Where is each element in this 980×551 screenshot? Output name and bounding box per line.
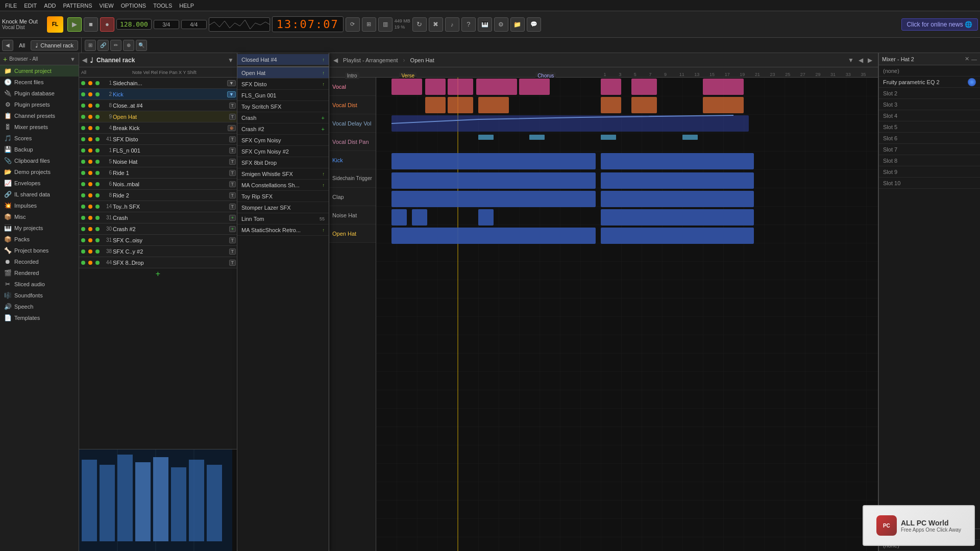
channel-4-t[interactable]: T <box>229 114 236 120</box>
effect-slot-eq[interactable]: Fruity parametric EQ 2 <box>879 77 980 88</box>
instrument-toy-scritch[interactable]: Toy Scritch SFX <box>237 101 329 112</box>
effect-slot-6[interactable]: Slot 6 <box>879 133 980 144</box>
sidebar-item-rendered[interactable]: 🎬 Rendered <box>0 267 79 279</box>
play-button[interactable]: ▶ <box>67 17 82 32</box>
sidebar-item-misc[interactable]: 📦 Misc <box>0 211 79 222</box>
channel-row-openhat[interactable]: 9 Open Hat T <box>79 111 237 122</box>
channel-row-crash2[interactable]: 30 Crash #2 + <box>79 223 237 235</box>
instrument-sfx-8bit[interactable]: SFX 8bit Drop <box>237 157 329 168</box>
record-button[interactable]: ● <box>100 17 114 32</box>
channel-row-sfxcoisy[interactable]: 31 SFX C..oisy T <box>79 235 237 246</box>
question-button[interactable]: ? <box>461 17 476 32</box>
beat-pattern-area[interactable] <box>79 449 237 551</box>
track-label-sidechain[interactable]: Sidechain Trigger <box>329 169 376 188</box>
effect-slot-2[interactable]: Slot 2 <box>879 88 980 99</box>
channel-row-noisehat[interactable]: 5 Noise Hat T <box>79 156 237 167</box>
channel-13-plus[interactable]: + <box>229 215 236 221</box>
sidebar-item-soundfonts[interactable]: 🎼 Soundfonts <box>0 290 79 301</box>
sidebar-item-scores[interactable]: 🎵 Scores <box>0 133 79 144</box>
instrument-sfx-disto[interactable]: SFX Disto ↑ <box>237 79 329 90</box>
sidebar-item-current-project[interactable]: 📁 Current project <box>0 65 79 77</box>
channel-11-t[interactable]: T <box>229 192 236 198</box>
menu-patterns[interactable]: PATTERNS <box>60 2 95 10</box>
channel-16-t[interactable]: T <box>229 248 236 255</box>
sidebar-item-speech[interactable]: 🔊 Speech <box>0 301 79 312</box>
bpm-display[interactable]: 128.000 <box>116 19 152 30</box>
sidebar-item-mixer-presets[interactable]: 🎛 Mixer presets <box>0 121 79 133</box>
instrument-closed-hat[interactable]: Closed Hat #4 ↑ <box>237 54 329 65</box>
track-label-vocal-dist-pan[interactable]: Vocal Dist Pan <box>329 133 376 151</box>
nav-back[interactable]: ◀ <box>2 40 13 51</box>
track-label-open-hat[interactable]: Open Hat <box>329 224 376 243</box>
effect-slot-none-1[interactable]: (none) <box>879 65 980 77</box>
piano-button[interactable]: 🎹 <box>478 17 492 32</box>
channel-rack-nav-right[interactable]: ▼ <box>228 57 234 64</box>
menu-options[interactable]: OPTIONS <box>118 2 150 10</box>
sidebar-item-sliced-audio[interactable]: ✂ Sliced audio <box>0 279 79 290</box>
select-btn[interactable]: ⊕ <box>123 40 134 51</box>
playlist-ctrl-1[interactable]: ▼ <box>846 57 855 64</box>
right-panel-minimize[interactable]: — <box>971 56 977 62</box>
refresh-button[interactable]: ↻ <box>412 17 427 32</box>
instrument-fls-gun[interactable]: FLS_Gun 001 <box>237 90 329 101</box>
channel-9-t[interactable]: T <box>229 170 236 176</box>
channel-12-t[interactable]: T <box>229 204 236 210</box>
effect-slot-4[interactable]: Slot 4 <box>879 110 980 121</box>
instrument-crash2[interactable]: Crash #2 + <box>237 123 329 135</box>
effect-slot-9[interactable]: Slot 9 <box>879 166 980 178</box>
sidebar-item-plugin-presets[interactable]: ⚙ Plugin presets <box>0 99 79 110</box>
menu-add[interactable]: ADD <box>41 2 59 10</box>
channel-row-sfx8b[interactable]: 44 SFX 8..Drop T <box>79 257 237 268</box>
effect-slot-8[interactable]: Slot 8 <box>879 155 980 166</box>
sidebar-item-clipboard[interactable]: 📎 Clipboard files <box>0 155 79 166</box>
channel-17-t[interactable]: T <box>229 260 236 266</box>
effect-slot-10[interactable]: Slot 10 <box>879 178 980 189</box>
sidebar-item-templates[interactable]: 📄 Templates <box>0 312 79 323</box>
channel-row-closehat[interactable]: 8 Close..at #4 T <box>79 100 237 111</box>
sidebar-item-envelopes[interactable]: 📈 Envelopes <box>0 178 79 189</box>
channel-kick-control[interactable]: ▼ <box>227 91 236 97</box>
stop-button[interactable]: ■ <box>84 17 98 32</box>
playlist-ctrl-2[interactable]: ◀ <box>857 57 865 64</box>
channel-10-t[interactable]: T <box>229 181 236 187</box>
loop-button[interactable]: ⟳ <box>346 17 360 32</box>
sidebar-item-impulses[interactable]: 💥 Impulses <box>0 200 79 211</box>
effect-slot-3[interactable]: Slot 3 <box>879 99 980 110</box>
instrument-crash[interactable]: Crash + <box>237 112 329 123</box>
chat-button[interactable]: 💬 <box>527 17 541 32</box>
menu-help[interactable]: HELP <box>176 2 197 10</box>
menu-file[interactable]: FILE <box>2 2 20 10</box>
sidebar-item-packs[interactable]: 📦 Packs <box>0 234 79 245</box>
sidebar-item-demo-projects[interactable]: 📂 Demo projects <box>0 166 79 178</box>
channel-row-crash[interactable]: 31 Crash + <box>79 212 237 223</box>
instrument-open-hat[interactable]: Open Hat ↑ <box>237 67 329 79</box>
zoom-in-btn[interactable]: 🔍 <box>136 40 147 51</box>
channel-row-ride1[interactable]: 6 Ride 1 T <box>79 167 237 179</box>
sidebar-item-backup[interactable]: 💾 Backup <box>0 144 79 155</box>
track-label-noise-hat[interactable]: Noise Hat <box>329 206 376 224</box>
instrument-ma-const[interactable]: MA Constellations Sh... ↑ <box>237 180 329 191</box>
sidebar-item-my-projects[interactable]: 🎹 My projects <box>0 222 79 234</box>
channel-6-t[interactable]: T <box>229 136 236 142</box>
mixer-button[interactable]: ▥ <box>378 17 393 32</box>
snap-btn[interactable]: ⊞ <box>85 40 96 51</box>
pattern-button[interactable]: ⊞ <box>362 17 376 32</box>
track-label-vocal[interactable]: Vocal <box>329 78 376 96</box>
channel-row-noismbal[interactable]: 6 Nois..mbal T <box>79 179 237 190</box>
instrument-stomper[interactable]: Stomper Lazer SFX <box>237 202 329 213</box>
channel-rack-nav-left[interactable]: ◀ <box>82 57 87 64</box>
effect-slot-5[interactable]: Slot 5 <box>879 121 980 133</box>
channel-7-t[interactable]: T <box>229 147 236 154</box>
sidebar-item-channel-presets[interactable]: 📋 Channel presets <box>0 110 79 121</box>
arrangement-grid[interactable] <box>376 78 878 551</box>
browser-button[interactable]: 📁 <box>510 17 525 32</box>
channel-row-breakick[interactable]: 4 Break Kick ⊕ <box>79 122 237 134</box>
magnet-btn[interactable]: 🔗 <box>97 40 109 51</box>
sidebar-item-plugin-database[interactable]: 🔌 Plugin database <box>0 88 79 99</box>
channel-rack-title-btn[interactable]: ♩ Channel rack <box>31 40 78 51</box>
track-label-kick[interactable]: Kick <box>329 151 376 169</box>
channel-3-t[interactable]: T <box>229 103 236 109</box>
settings-button[interactable]: ⚙ <box>494 17 508 32</box>
channel-8-t[interactable]: T <box>229 159 236 165</box>
channel-row-ride2[interactable]: 8 Ride 2 T <box>79 190 237 201</box>
